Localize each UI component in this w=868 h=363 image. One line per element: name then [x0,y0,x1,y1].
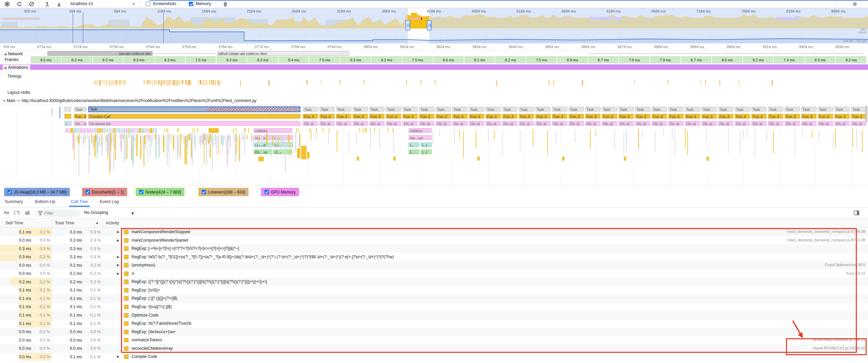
flame-ignore-bar[interactable]: On..st [452,121,468,126]
counter-chip-2[interactable]: Nodes[424 – 7 683] [136,188,184,196]
flame-task-bar[interactable]: Task [552,107,567,112]
flame-task-bar[interactable]: Task [834,107,850,112]
call-tree-row[interactable]: 0.0 ms0.0 %0.2 ms0.2 %▶(anonymous)CopyCl… [0,261,868,269]
expand-icon[interactable]: ▶ [117,255,119,259]
flame-task-bar[interactable]: Task [336,107,351,112]
frames-track-label[interactable]: Frames [3,57,21,62]
flame-function-bar[interactable]: Fun..ll [386,114,401,119]
flame-ignore-bar[interactable]: On..st [519,121,534,126]
match-case-button[interactable]: Aa [4,210,9,215]
clear-icon[interactable] [28,1,35,7]
flame-link-bar[interactable]: L... [409,142,419,147]
call-tree-row[interactable]: 0.1 ms0.1 %0.1 ms0.1 %RegExp: ![sra](?=[… [0,303,868,311]
flame-ignore-bar[interactable]: On..st [735,121,750,126]
frame-duration-cell[interactable]: 8.4 ms [278,56,309,63]
frame-duration-cell[interactable]: 8.0 ms [712,56,742,63]
screenshots-label[interactable]: Screenshots [153,1,176,6]
counter-chip-0[interactable]: JS Heap[18.3 MB – 34.7 MB] [4,188,70,196]
flame-ignore-bar[interactable]: On..st [618,121,634,126]
flame-task-bar[interactable]: Task [668,107,684,112]
counter-checkbox[interactable] [7,190,12,194]
flame-ignore-bar[interactable]: On..st [785,121,800,126]
flame-function-bar[interactable]: Fun..ll [718,114,733,119]
call-tree-row[interactable]: 0.1 ms0.1 %0.1 ms0.1 %RegExp: (:)[^:(){}… [0,294,868,303]
flame-ignore-bar[interactable]: On..st [353,121,368,126]
network-track-label[interactable]: ▶ Network [3,51,25,57]
frame-duration-cell[interactable]: 7.5 ms [526,56,556,63]
flame-task-bar[interactable]: Task [801,107,816,112]
frame-duration-cell[interactable]: 7.9 ms [650,56,680,63]
regex-button[interactable]: (.*) [14,210,20,215]
flame-task-bar[interactable]: Task [452,107,468,112]
source-link[interactable]: chunk-RY6NLCXT.js:10230:42 [812,346,865,350]
selection-right-handle[interactable] [427,20,432,31]
flame-function-bar[interactable]: Fun..ll [818,114,833,119]
animations-track-label[interactable]: ▶ Animations [3,65,30,70]
call-tree-row[interactable]: 0.0 ms0.0 %0.3 ms0.3 %▶markComponentRend… [0,236,868,245]
flame-ignore-bar[interactable]: On ignore list [88,121,300,126]
flame-ignore-bar[interactable]: On..st [751,121,767,126]
call-tree-row[interactable]: 0.3 ms0.3 %0.3 ms0.3 %RegExp: [-+%=]=?|!… [0,244,868,253]
counter-checkbox[interactable] [139,190,143,194]
flame-function-bar[interactable]: Fun..ll [535,114,551,119]
flame-children-bar[interactable]: children [409,128,432,133]
call-tree-row[interactable]: 0.1 ms0.1 %0.3 ms0.3 %▶markComponentRend… [0,228,868,236]
flame-function-bar[interactable]: Fun..ll [469,114,484,119]
source-link[interactable]: react_devtools_backend_compact.js:8715:3… [787,238,865,242]
gear-icon[interactable] [852,1,858,7]
frame-duration-cell[interactable]: 8.9 ms [557,56,588,63]
timeline-overview[interactable]: 500 ms184 ms684 ms1184 ms1684 ms2184 ms2… [0,8,868,43]
screenshots-checkbox[interactable] [146,2,150,6]
flame-ignore-bar[interactable]: On..st [502,121,517,126]
animations-band[interactable] [0,64,868,70]
flame-task-bar[interactable]: Task [635,107,650,112]
tab-call-tree[interactable]: Call Tree [71,199,88,207]
flame-function-bar[interactable]: Fun..ll [635,114,650,119]
flame-function-bar[interactable]: Fun..ll [402,114,418,119]
call-tree-row[interactable]: 0.1 ms0.1 %0.1 ms0.1 %RegExp: [\s\S]+ [0,286,868,295]
chevron-down-icon[interactable]: ▼ [131,211,135,216]
flame-ignore-bar[interactable]: On..st [552,121,567,126]
flame-task-bar[interactable]: Task [386,107,401,112]
filter-input[interactable]: Filter [36,209,80,217]
frame-duration-cell[interactable]: 7.4 ms [774,56,804,63]
memory-label[interactable]: Memory [196,1,211,6]
flame-function-bar[interactable]: Fun..ll [652,114,667,119]
frame-duration-cell[interactable]: 7.5 ms [185,56,216,63]
frame-duration-cell[interactable]: 9.2 ms [743,56,773,63]
counter-checkbox[interactable] [202,190,206,194]
frame-duration-cell[interactable]: 7.9 ms [619,56,649,63]
flame-task-bar[interactable]: Task [768,107,783,112]
expand-icon[interactable]: ▶ [117,355,119,358]
flame-function-bar[interactable]: Fun..ll [851,114,866,119]
flame-ignore-bar[interactable]: On..st [419,121,434,126]
layout-shifts-track-label[interactable]: Layout shifts [7,90,30,95]
target-selector[interactable]: localhost #1 [71,1,93,6]
flame-ignore-bar[interactable]: On..st [834,121,850,126]
flame-children-bar[interactable]: children [254,128,292,133]
flame-function-bar[interactable]: Fun..ll [751,114,767,119]
source-link[interactable]: A.jsx:63:11 [846,271,865,275]
frame-duration-cell[interactable]: 8.2 ms [371,56,402,63]
call-tree-row[interactable]: 0.0 ms0.0 %0.1 ms0.1 %▶Compile Code [0,352,868,361]
flame-function-bar[interactable]: Fun..ll [668,114,684,119]
flame-ignore-bar[interactable]: On..st [402,121,418,126]
flame-function-bar[interactable]: Fun..ll [502,114,517,119]
flame-anonymous-bar[interactable]: (an...us) [409,135,432,140]
flame-task-bar[interactable]: Task [735,107,750,112]
call-tree-row[interactable]: 0.2 ms0.2 %0.2 ms0.2 %RegExp: ((?:^|[^{]… [0,278,868,286]
flame-function-bar[interactable]: Fun..ll [519,114,534,119]
flame-task-bar[interactable] [64,107,71,112]
flame-task-bar[interactable]: Task [486,107,501,112]
flame-ignore-bar[interactable]: L..t [421,149,432,154]
source-link[interactable]: CopyClipboard.tsx:36:5 [825,263,865,267]
frame-duration-cell[interactable]: 8.7 ms [681,56,711,63]
flame-ignore-bar[interactable]: On..st [602,121,617,126]
counter-chip-4[interactable]: GPU Memory [261,188,299,196]
frame-duration-cell[interactable]: 8.2 ms [836,56,866,63]
flame-ignore-bar[interactable]: On..st [486,121,501,126]
activity-header[interactable]: Activity [106,221,119,225]
chevron-down-icon[interactable]: ▼ [132,2,135,6]
frame-duration-cell[interactable]: 8.2 ms [495,56,526,63]
flame-task-bar[interactable]: Task [851,107,866,112]
